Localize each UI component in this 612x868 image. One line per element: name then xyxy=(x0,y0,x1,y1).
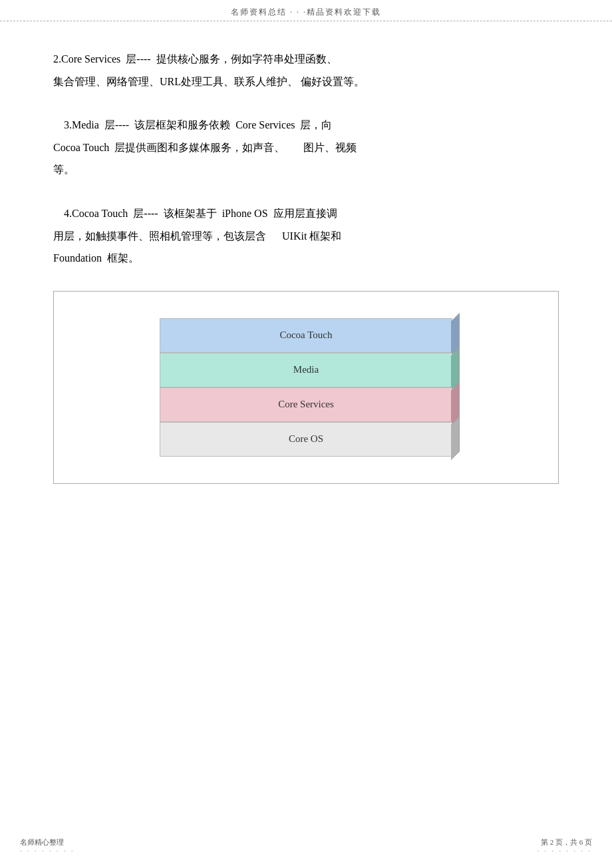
footer-right-label: 第 2 页，共 6 页 xyxy=(541,837,592,847)
diagram-box: Cocoa Touch Media Core Services Core OS xyxy=(53,291,559,484)
paragraph-3-text: 3.Media 层---- 该层框架和服务依赖 Core Services 层，… xyxy=(53,119,333,130)
paragraph-4-text-cont: 用层，如触摸事件、照相机管理等，包该层含 UIKit 框架和 xyxy=(53,230,341,242)
page-footer: 名师精心整理 · · · · · · · · 第 2 页，共 6 页 · · ·… xyxy=(0,837,612,855)
paragraph-2-text-cont: 集合管理、网络管理、URL处理工具、联系人维护、 偏好设置等。 xyxy=(53,76,365,87)
layer-core-os-label: Core OS xyxy=(289,433,323,445)
footer-left-label: 名师精心整理 xyxy=(20,837,64,847)
layer-cocoa-touch: Cocoa Touch xyxy=(160,318,452,353)
footer-right: 第 2 页，共 6 页 · · · · · · · · xyxy=(537,837,593,855)
paragraph-2: 2.Core Services 层---- 提供核心服务，例如字符串处理函数、 … xyxy=(53,48,559,93)
paragraph-2-text: 2.Core Services 层---- 提供核心服务，例如字符串处理函数、 xyxy=(53,53,337,65)
paragraph-3-text-end: 等。 xyxy=(53,164,75,175)
paragraph-4-text: 4.Cocoa Touch 层---- 该框架基于 iPhone OS 应用层直… xyxy=(53,208,337,219)
paragraph-3-text-cont: Cocoa Touch 层提供画图和多媒体服务，如声音、 图片、视频 xyxy=(53,142,357,153)
paragraph-3: 3.Media 层---- 该层框架和服务依赖 Core Services 层，… xyxy=(53,114,559,181)
footer-left: 名师精心整理 · · · · · · · · xyxy=(20,837,75,855)
layer-core-os: Core OS xyxy=(160,422,452,457)
footer-left-dots: · · · · · · · · xyxy=(20,847,75,855)
layer-media: Media xyxy=(160,353,452,387)
layer-core-services-label: Core Services xyxy=(278,399,334,410)
layer-stack: Cocoa Touch Media Core Services Core OS xyxy=(160,318,452,457)
paragraph-4-text-end: Foundation 框架。 xyxy=(53,252,139,264)
layer-cocoa-touch-label: Cocoa Touch xyxy=(279,329,332,341)
page-content: 2.Core Services 层---- 提供核心服务，例如字符串处理函数、 … xyxy=(0,21,612,550)
footer-right-dots: · · · · · · · · xyxy=(537,847,593,855)
layer-media-label: Media xyxy=(293,364,319,375)
paragraph-4: 4.Cocoa Touch 层---- 该框架基于 iPhone OS 应用层直… xyxy=(53,202,559,270)
layer-core-services: Core Services xyxy=(160,387,452,422)
page-header: 名师资料总结 · · ·精品资料欢迎下载 xyxy=(0,0,612,21)
